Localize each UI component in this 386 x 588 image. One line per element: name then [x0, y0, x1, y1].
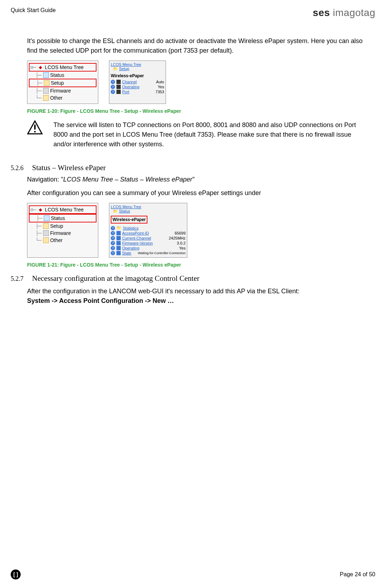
- tree-item-label: Other: [50, 95, 63, 101]
- tree-branch-icon: ⊟─: [30, 207, 36, 212]
- detail-row: ? Channel Auto: [111, 80, 164, 84]
- info-icon: [116, 236, 121, 240]
- detail-label: State: [122, 251, 131, 255]
- tree-root-label: LCOS Menu Tree: [45, 64, 84, 70]
- section-number: 5.2.7: [11, 275, 27, 283]
- tree-item: ├─ Firmware: [29, 230, 96, 237]
- tree-item-label: Firmware: [50, 88, 71, 94]
- section-number: 5.2.6: [11, 164, 27, 172]
- page-content: It's possible to change the ESL channels…: [11, 36, 375, 306]
- tree-item: └─ Other: [29, 94, 96, 101]
- footer-badge-icon: [ ]: [11, 569, 21, 579]
- tree-root-label: LCOS Menu Tree: [45, 207, 84, 212]
- warning-block: The service will listen to TCP connectio…: [27, 120, 368, 149]
- warning-icon: [27, 120, 43, 135]
- page-number: Page 24 of 50: [340, 571, 375, 578]
- section-heading-526: 5.2.6 Status – Wireless ePaper: [11, 163, 368, 172]
- other-icon: [43, 95, 49, 101]
- wireless-epaper-status-detail: LCOS Menu Tree 📁 Status Wireless-ePaper …: [109, 203, 187, 258]
- tree-branch-icon: ├─: [30, 72, 42, 78]
- section-title: Status – Wireless ePaper: [32, 163, 106, 172]
- svg-rect-1: [34, 125, 36, 130]
- figure-caption-1-21: FIGURE 1-21: Figure - LCOS Menu Tree - S…: [27, 262, 368, 268]
- status-icon: [43, 72, 49, 78]
- detail-label: Operating: [122, 85, 139, 89]
- tree-item-status: ├─ Status: [29, 214, 96, 222]
- tree-item-label: Firmware: [50, 230, 71, 236]
- help-icon: ?: [111, 241, 115, 245]
- breadcrumb: LCOS Menu Tree 📁 Status: [111, 205, 186, 214]
- crumb-link: Status: [119, 209, 130, 213]
- tree-branch-icon: ├─: [30, 88, 42, 94]
- detail-row: ? Firmware-Version 3.0.2: [111, 241, 186, 245]
- detail-title: Wireless-ePaper: [111, 73, 164, 78]
- info-icon: [116, 246, 121, 250]
- doc-title: Quick Start Guide: [11, 7, 56, 14]
- field-icon: [116, 90, 121, 94]
- tree-branch-icon: ├─: [30, 215, 42, 221]
- detail-row: ? 📁 Statistics: [111, 226, 186, 230]
- para-bold: System -> Access Point Configuration -> …: [27, 297, 174, 304]
- help-icon: ?: [111, 226, 115, 230]
- detail-value: 2425MHz: [169, 236, 186, 240]
- tree-branch-icon: └─: [30, 237, 42, 243]
- detail-label: Statistics: [123, 226, 139, 230]
- logo-bold: ses: [313, 7, 330, 18]
- crumb-link: Setup: [119, 67, 129, 71]
- tree-root: ⊟─ ◆ LCOS Menu Tree: [29, 205, 96, 214]
- setup-icon: [43, 223, 49, 229]
- help-icon: ?: [111, 251, 115, 255]
- detail-value: Waiting-for-Controller-Connection: [138, 251, 186, 255]
- folder-icon: 📁: [113, 67, 118, 71]
- setup-icon: [44, 80, 49, 86]
- detail-row: ? Operating Yes: [111, 246, 186, 250]
- folder-icon: 📁: [113, 209, 118, 213]
- detail-value: Auto: [156, 80, 164, 84]
- section-526-para: After configuration you can see a summar…: [27, 188, 368, 198]
- firmware-icon: [43, 88, 49, 94]
- figure-1-21: ⊟─ ◆ LCOS Menu Tree ├─ Status ├─ Setup ├…: [27, 203, 368, 258]
- tree-root: ⊟─ ◆ LCOS Menu Tree: [29, 63, 96, 72]
- svg-rect-2: [34, 131, 36, 132]
- detail-row: ? State Waiting-for-Controller-Connectio…: [111, 251, 186, 255]
- wireless-epaper-detail: LCOS Menu Tree 📁 Setup Wireless-ePaper ?…: [109, 61, 166, 104]
- detail-title: Wireless-ePaper: [111, 216, 147, 224]
- root-icon: ◆: [38, 207, 43, 212]
- detail-row: ? AccessPoint-ID 65699: [111, 231, 186, 235]
- help-icon: ?: [111, 80, 115, 84]
- tree-branch-icon: ⊟─: [30, 64, 36, 70]
- tree-item-label: Status: [50, 72, 64, 78]
- logo: ses imagotag: [313, 7, 375, 19]
- detail-value: Yes: [158, 85, 164, 89]
- field-icon: [116, 85, 121, 89]
- info-icon: [116, 231, 121, 235]
- help-icon: ?: [111, 85, 115, 89]
- folder-icon: 📁: [116, 226, 121, 230]
- detail-value: 65699: [174, 231, 186, 235]
- crumb-link: LCOS Menu Tree: [111, 205, 141, 209]
- navigation-line: Navigation: "LCOS Menu Tree – Status – W…: [27, 176, 368, 183]
- figure-caption-1-20: FIGURE 1-20: Figure - LCOS Menu Tree - S…: [27, 108, 368, 114]
- root-icon: ◆: [38, 64, 43, 70]
- nav-suffix: ": [192, 176, 194, 183]
- detail-label: AccessPoint-ID: [122, 231, 149, 235]
- warning-text: The service will listen to TCP connectio…: [53, 120, 368, 149]
- section-527-para: After the configuration in the LANCOM we…: [27, 287, 368, 306]
- firmware-icon: [43, 230, 49, 236]
- para-text: After the configuration in the LANCOM we…: [27, 288, 299, 295]
- help-icon: ?: [111, 246, 115, 250]
- page-footer: [ ] Page 24 of 50: [11, 569, 375, 579]
- lcos-tree-panel-2: ⊟─ ◆ LCOS Menu Tree ├─ Status ├─ Setup ├…: [27, 203, 98, 258]
- detail-label: Port: [122, 90, 129, 94]
- info-icon: [116, 251, 121, 255]
- figure-1-20: ⊟─ ◆ LCOS Menu Tree ├─ Status ├─ Setup ├…: [27, 61, 368, 104]
- tree-item-label: Other: [50, 237, 63, 243]
- tree-item: └─ Other: [29, 237, 96, 244]
- tree-item: ├─ Status: [29, 72, 96, 79]
- detail-value: 7353: [156, 90, 164, 94]
- tree-branch-icon: ├─: [30, 80, 42, 86]
- tree-item: ├─ Setup: [29, 222, 96, 230]
- detail-label: Current-Channel: [122, 236, 151, 240]
- intro-paragraph: It's possible to change the ESL channels…: [27, 36, 368, 56]
- detail-label: Operating: [122, 246, 139, 250]
